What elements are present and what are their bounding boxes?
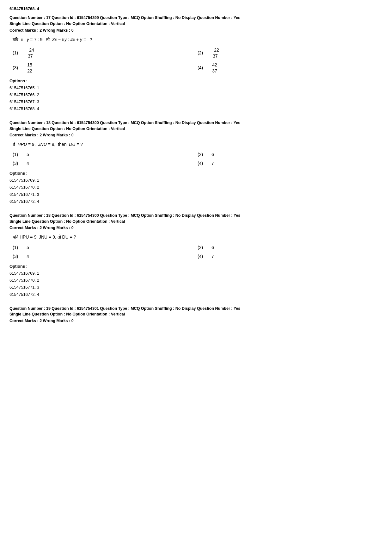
options-ids-17: 61547516765. 1 61547516766. 2 6154751676…: [9, 84, 383, 112]
options-ids-18a: 61547516769. 1 61547516770. 2 6154751677…: [9, 177, 383, 205]
option-num-1: (1): [13, 152, 20, 157]
option-val-1: 5: [27, 152, 29, 157]
option-3-18b: (3) 4: [13, 254, 198, 259]
option-val-2: 6: [211, 152, 214, 157]
question-text-18a: If HPU = 9, JNU = 9, then DU = ?: [13, 142, 383, 147]
question-block-19: Question Number : 19 Question Id : 61547…: [9, 306, 383, 323]
option-3-18a: (3) 4: [13, 161, 198, 166]
options-label-18a: Options :: [9, 171, 383, 176]
option-val-3: 4: [27, 161, 29, 166]
option-num-1: (1): [13, 245, 20, 250]
options-grid-17: (1) −24 37 (2) −22 37 (3) 15: [13, 47, 383, 73]
question-text-18b: यदि HPU = 9, JNU = 9, तो DU = ?: [13, 234, 383, 240]
header-id: 61547516768. 4: [9, 6, 383, 11]
option-val-4: 7: [211, 161, 214, 166]
marks-18b: Correct Marks : 2 Wrong Marks : 0: [9, 226, 383, 230]
option-val-1: 5: [27, 245, 29, 250]
question-block-18a: Question Number : 18 Question Id : 61547…: [9, 120, 383, 205]
marks-18a: Correct Marks : 2 Wrong Marks : 0: [9, 133, 383, 137]
question-meta-19: Question Number : 19 Question Id : 61547…: [9, 306, 383, 318]
options-label-17: Options :: [9, 78, 383, 83]
options-ids-18b: 61547516769. 1 61547516770. 2 6154751677…: [9, 270, 383, 298]
option-1-18a: (1) 5: [13, 152, 198, 157]
option-num-4: (4): [198, 254, 205, 259]
option-num-2: (2): [198, 50, 205, 55]
marks-19: Correct Marks : 2 Wrong Marks : 0: [9, 319, 383, 323]
option-val-3: 15 22: [27, 62, 33, 73]
options-grid-18a: (1) 5 (2) 6 (3) 4 (4) 7: [13, 152, 383, 166]
option-val-3: 4: [27, 254, 29, 259]
option-num-4: (4): [198, 161, 205, 166]
question-text-17: यदि x : y = 7 : 9 तो 3x − 5y : 4x + y = …: [13, 37, 383, 42]
option-num-3: (3): [13, 65, 20, 70]
option-num-2: (2): [198, 245, 205, 250]
option-num-3: (3): [13, 161, 20, 166]
question-block-17: Question Number : 17 Question Id : 61547…: [9, 15, 383, 112]
option-num-3: (3): [13, 254, 20, 259]
option-num-2: (2): [198, 152, 205, 157]
option-1-17: (1) −24 37: [13, 47, 198, 59]
option-2-18b: (2) 6: [198, 245, 383, 250]
option-val-2: 6: [211, 245, 214, 250]
question-block-18b: Question Number : 18 Question Id : 61547…: [9, 213, 383, 298]
option-val-1: −24 37: [27, 47, 34, 59]
question-meta-18a: Question Number : 18 Question Id : 61547…: [9, 120, 383, 132]
option-val-4: 42 37: [211, 62, 218, 73]
option-4-18a: (4) 7: [198, 161, 383, 166]
option-3-17: (3) 15 22: [13, 62, 198, 73]
option-4-17: (4) 42 37: [198, 62, 383, 73]
question-meta-17: Question Number : 17 Question Id : 61547…: [9, 15, 383, 27]
options-grid-18b: (1) 5 (2) 6 (3) 4 (4) 7: [13, 245, 383, 259]
marks-17: Correct Marks : 2 Wrong Marks : 0: [9, 28, 383, 33]
option-num-4: (4): [198, 65, 205, 70]
option-val-4: 7: [211, 254, 214, 259]
option-2-18a: (2) 6: [198, 152, 383, 157]
question-meta-18b: Question Number : 18 Question Id : 61547…: [9, 213, 383, 225]
option-num-1: (1): [13, 50, 20, 55]
option-1-18b: (1) 5: [13, 245, 198, 250]
option-val-2: −22 37: [211, 47, 219, 59]
option-4-18b: (4) 7: [198, 254, 383, 259]
option-2-17: (2) −22 37: [198, 47, 383, 59]
options-label-18b: Options :: [9, 264, 383, 269]
